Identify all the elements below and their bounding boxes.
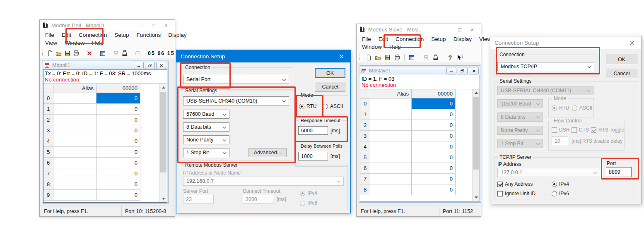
row-number-cell[interactable]: 4 xyxy=(43,136,53,147)
menu-item[interactable]: Setup xyxy=(427,35,449,43)
value-cell[interactable]: 0 xyxy=(412,109,456,120)
row-number-cell[interactable]: 0 xyxy=(360,98,370,109)
display-setup-icon[interactable] xyxy=(408,54,415,61)
menu-item[interactable]: Display xyxy=(164,31,190,39)
alias-cell[interactable] xyxy=(53,93,96,104)
value-cell[interactable]: 0 xyxy=(96,115,140,125)
open-file-icon[interactable] xyxy=(374,54,382,61)
value-cell[interactable]: 0 xyxy=(96,147,140,158)
maximize-icon[interactable]: □ xyxy=(147,21,160,30)
alias-cell[interactable] xyxy=(53,136,96,147)
scrollbar-thumb[interactable] xyxy=(160,92,166,172)
table-row[interactable]: 4 0 xyxy=(43,136,167,147)
scroll-down-icon[interactable] xyxy=(473,194,480,201)
slave-device-icon[interactable] xyxy=(432,54,439,61)
alias-cell[interactable] xyxy=(53,158,96,168)
value-cell[interactable]: 0 xyxy=(96,104,140,115)
table-row[interactable]: 5 0 xyxy=(43,147,167,158)
value-cell[interactable]: 0 xyxy=(96,158,140,168)
doc-restore-icon[interactable] xyxy=(458,67,468,74)
menu-item[interactable]: View xyxy=(41,39,61,47)
row-number-cell[interactable]: 9 xyxy=(43,190,53,201)
ipv6-radio[interactable] xyxy=(552,191,557,196)
menu-item[interactable]: Display xyxy=(450,35,475,43)
minimize-icon[interactable]: – xyxy=(441,25,453,34)
alias-cell[interactable] xyxy=(53,190,96,201)
ignore-unit-id-checkbox[interactable] xyxy=(497,191,503,196)
display-setup-icon[interactable] xyxy=(99,50,106,57)
dialog-close-icon[interactable] xyxy=(332,50,350,62)
row-number-cell[interactable]: 1 xyxy=(360,109,370,120)
alias-cell[interactable] xyxy=(53,147,96,158)
row-number-cell[interactable]: 6 xyxy=(360,163,370,174)
alias-cell[interactable] xyxy=(370,163,412,174)
value-cell[interactable]: 0 xyxy=(412,152,456,163)
doc-minimize-icon[interactable] xyxy=(446,67,456,74)
menu-item[interactable]: Window xyxy=(358,43,386,51)
table-row[interactable]: 2 0 xyxy=(360,120,480,131)
value-cell[interactable]: 0 xyxy=(96,190,140,201)
delay-between-polls-input[interactable]: 1000 xyxy=(298,152,328,160)
table-row[interactable]: 7 0 xyxy=(360,174,480,184)
table-row[interactable]: 3 0 xyxy=(43,125,167,136)
value-cell[interactable]: 0 xyxy=(96,93,140,104)
menu-item[interactable]: Setup xyxy=(111,31,133,39)
value-cell[interactable]: 0 xyxy=(412,174,456,184)
alias-cell[interactable] xyxy=(53,115,96,125)
print-icon[interactable] xyxy=(73,50,80,57)
help-icon[interactable]: ? xyxy=(446,54,454,61)
table-row[interactable]: 8 0 xyxy=(43,179,167,190)
row-number-cell[interactable]: 3 xyxy=(360,131,370,141)
value-cell[interactable]: 0 xyxy=(412,120,456,131)
row-number-cell[interactable]: 2 xyxy=(43,115,53,125)
alias-cell[interactable] xyxy=(370,174,412,184)
maximize-icon[interactable]: □ xyxy=(453,25,466,34)
row-number-cell[interactable]: 3 xyxy=(43,125,53,136)
doc-minimize-icon[interactable] xyxy=(134,62,144,69)
value-cell[interactable]: 0 xyxy=(412,141,456,152)
table-row[interactable]: 5 0 xyxy=(360,152,480,163)
close-icon[interactable]: × xyxy=(160,21,172,30)
alias-cell[interactable] xyxy=(53,168,96,179)
any-address-checkbox[interactable] xyxy=(497,182,503,187)
table-row[interactable]: 6 0 xyxy=(43,158,167,168)
row-number-cell[interactable]: 8 xyxy=(43,179,53,190)
row-number-cell[interactable]: 6 xyxy=(43,158,53,168)
alias-cell[interactable] xyxy=(370,131,412,141)
value-cell[interactable]: 0 xyxy=(412,131,456,141)
row-number-cell[interactable]: 0 xyxy=(43,93,53,104)
ok-button[interactable]: OK xyxy=(606,55,637,64)
new-file-icon[interactable] xyxy=(47,50,53,57)
value-cell[interactable]: 0 xyxy=(96,179,140,190)
row-number-cell[interactable]: 7 xyxy=(360,174,370,184)
table-row[interactable]: 7 0 xyxy=(43,168,167,179)
ipv4-radio[interactable] xyxy=(552,182,557,187)
menu-item[interactable]: File xyxy=(41,31,58,39)
ok-button[interactable]: OK xyxy=(315,68,345,78)
cancel-button[interactable]: Cancel xyxy=(315,82,345,92)
alias-cell[interactable] xyxy=(53,104,96,115)
scroll-down-icon[interactable] xyxy=(160,195,167,202)
minimize-icon[interactable]: – xyxy=(135,21,147,30)
print-icon[interactable] xyxy=(393,54,401,61)
row-number-cell[interactable]: 4 xyxy=(360,141,370,152)
delete-icon[interactable] xyxy=(86,50,93,57)
close-icon[interactable]: × xyxy=(466,25,478,34)
table-row[interactable]: 0 0 xyxy=(43,93,167,104)
value-cell[interactable]: 0 xyxy=(412,184,456,195)
value-cell[interactable]: 0 xyxy=(96,168,140,179)
alias-cell[interactable] xyxy=(370,184,412,195)
value-cell[interactable]: 0 xyxy=(412,98,456,109)
open-file-icon[interactable] xyxy=(55,50,62,57)
value-cell[interactable]: 0 xyxy=(96,136,140,147)
save-icon[interactable] xyxy=(384,54,391,61)
row-number-cell[interactable]: 8 xyxy=(360,184,370,195)
scrollbar-thumb[interactable] xyxy=(473,97,479,170)
table-row[interactable]: 0 0 xyxy=(360,98,480,109)
table-row[interactable]: 8 0 xyxy=(360,184,480,195)
table-row[interactable]: 1 0 xyxy=(360,109,480,120)
alias-cell[interactable] xyxy=(370,109,412,120)
cancel-button[interactable]: Cancel xyxy=(606,69,637,78)
scroll-up-icon[interactable] xyxy=(473,89,480,96)
alias-cell[interactable] xyxy=(53,125,96,136)
